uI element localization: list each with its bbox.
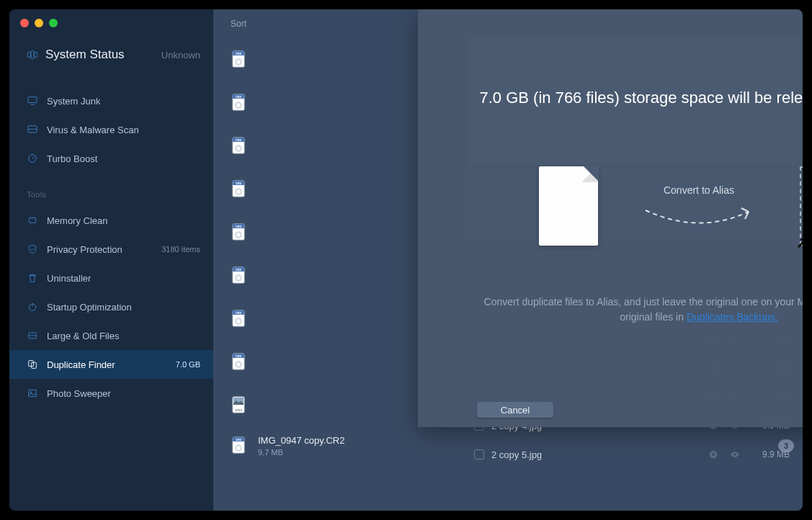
svg-rect-19 (29, 390, 37, 396)
svg-text:CR2: CR2 (236, 311, 242, 315)
main-content: Sort CR2CR2CR2CR2CR2CR2CR2CR2JPEGCR2IMG_… (213, 9, 803, 511)
duplicates-backups-link[interactable]: Duplicates Backups. (687, 311, 778, 323)
drive-icon (27, 330, 38, 341)
svg-text:JPEG: JPEG (235, 408, 243, 412)
svg-point-60 (237, 363, 241, 367)
privacy-unit: items (182, 245, 200, 254)
power-icon (27, 301, 38, 313)
svg-rect-18 (32, 362, 37, 368)
svg-rect-3 (28, 97, 37, 103)
jpeg-file-icon: JPEG (229, 395, 249, 416)
chip-icon (27, 215, 38, 226)
svg-text:CR2: CR2 (236, 268, 242, 272)
app-window: System Status Unknown System Junk Virus … (9, 9, 803, 511)
sidebar-item-label: Duplicate Finder (47, 359, 115, 370)
svg-text:CR2: CR2 (236, 138, 242, 142)
svg-text:CR2: CR2 (236, 52, 242, 55)
locate-icon[interactable] (708, 449, 719, 460)
trash-icon (27, 272, 38, 284)
cancel-button[interactable]: Cancel (477, 402, 553, 418)
file-icon (539, 166, 598, 246)
sidebar-item-label: Large & Old Files (47, 331, 119, 341)
svg-rect-9 (29, 218, 35, 223)
dialog-graphic: Convert to Alias (418, 166, 803, 246)
window-controls (9, 9, 213, 27)
cr2-file-icon: CR2 (229, 179, 249, 200)
sidebar-item-label: Memory Clean (47, 215, 108, 226)
monitor-icon (27, 95, 38, 107)
dialog-body: Convert duplicate files to Alias, and ju… (418, 295, 803, 325)
convert-label: Convert to Alias (664, 184, 734, 196)
shield-icon (27, 243, 38, 255)
svg-text:CR2: CR2 (236, 354, 242, 358)
sidebar-item-label: Privacy Protection (47, 244, 122, 255)
sidebar-item-large-old[interactable]: Large & Old Files (9, 321, 213, 350)
svg-text:CR2: CR2 (236, 181, 242, 185)
svg-point-68 (237, 447, 241, 450)
sidebar-item-turbo-boost[interactable]: Turbo Boost (9, 144, 213, 173)
sidebar: System Status Unknown System Junk Virus … (9, 9, 213, 511)
close-window-button[interactable] (20, 19, 29, 27)
sidebar-item-uninstaller[interactable]: Uninstaller (9, 264, 213, 292)
cr2-file-icon: CR2 (229, 436, 249, 456)
cr2-file-icon: CR2 (229, 223, 249, 243)
svg-point-45 (237, 233, 241, 237)
sidebar-item-label: Photo Sweeper (47, 388, 111, 399)
sidebar-item-label: Virus & Malware Scan (47, 125, 139, 135)
arrow-icon (643, 206, 755, 228)
file-size: 9.9 MB (748, 449, 790, 460)
svg-point-50 (237, 277, 241, 280)
sidebar-item-label: Turbo Boost (47, 153, 97, 164)
zoom-window-button[interactable] (49, 19, 58, 27)
dup-size: 7.0 (176, 360, 187, 369)
sort-label: Sort (231, 19, 246, 29)
alias-badge-icon (795, 234, 803, 250)
svg-point-35 (237, 147, 241, 151)
checkbox[interactable] (474, 449, 484, 460)
minimize-window-button[interactable] (35, 19, 43, 27)
svg-point-25 (237, 60, 241, 64)
sidebar-item-startup[interactable]: Startup Optimization (9, 292, 213, 321)
svg-text:CR2: CR2 (236, 225, 242, 228)
dialog-title: 7.0 GB (in 766 files) storage space will… (418, 89, 803, 107)
duplicate-file-row[interactable]: 2 copy 5.jpg9.9 MB (464, 440, 803, 469)
dup-unit: GB (189, 360, 200, 369)
svg-point-83 (733, 453, 736, 455)
eye-icon[interactable] (729, 449, 741, 460)
svg-text:CR2: CR2 (236, 438, 242, 441)
alias-file-icon (800, 166, 803, 246)
svg-rect-17 (29, 361, 34, 367)
cr2-file-icon: CR2 (229, 352, 249, 372)
sidebar-item-privacy[interactable]: Privacy Protection 3180items (9, 235, 213, 264)
svg-text:CR2: CR2 (236, 95, 242, 99)
cr2-file-icon: CR2 (229, 309, 249, 329)
cr2-file-icon: CR2 (229, 136, 249, 156)
sidebar-item-photo-sweeper[interactable]: Photo Sweeper (9, 379, 213, 408)
duplicate-icon (27, 359, 38, 370)
file-name: 2 copy 5.jpg (491, 449, 700, 460)
svg-point-55 (237, 320, 241, 323)
sidebar-item-system-junk[interactable]: System Junk (9, 86, 213, 115)
sidebar-group-label: Tools (9, 190, 213, 206)
svg-point-82 (712, 453, 715, 456)
scan-icon (27, 124, 38, 135)
sidebar-header: System Status Unknown (9, 27, 213, 69)
image-icon (27, 387, 38, 399)
sidebar-item-duplicate-finder[interactable]: Duplicate Finder 7.0GB (9, 350, 213, 379)
svg-point-40 (237, 190, 241, 194)
sidebar-item-label: System Junk (47, 96, 100, 107)
sidebar-item-virus-scan[interactable]: Virus & Malware Scan (9, 115, 213, 144)
svg-line-8 (32, 156, 35, 158)
system-status-value: Unknown (161, 50, 200, 60)
svg-point-30 (237, 104, 241, 107)
cr2-file-icon: CR2 (229, 266, 249, 286)
svg-rect-1 (31, 51, 34, 59)
svg-rect-2 (35, 53, 37, 58)
sidebar-item-memory-clean[interactable]: Memory Clean (9, 206, 213, 235)
sidebar-item-label: Uninstaller (47, 273, 91, 284)
cr2-file-icon: CR2 (229, 50, 249, 70)
confirm-dialog: 7.0 GB (in 766 files) storage space will… (418, 9, 803, 427)
cr2-file-icon: CR2 (229, 93, 249, 113)
gauge-icon (27, 153, 38, 164)
sidebar-title: System Status (45, 48, 125, 62)
